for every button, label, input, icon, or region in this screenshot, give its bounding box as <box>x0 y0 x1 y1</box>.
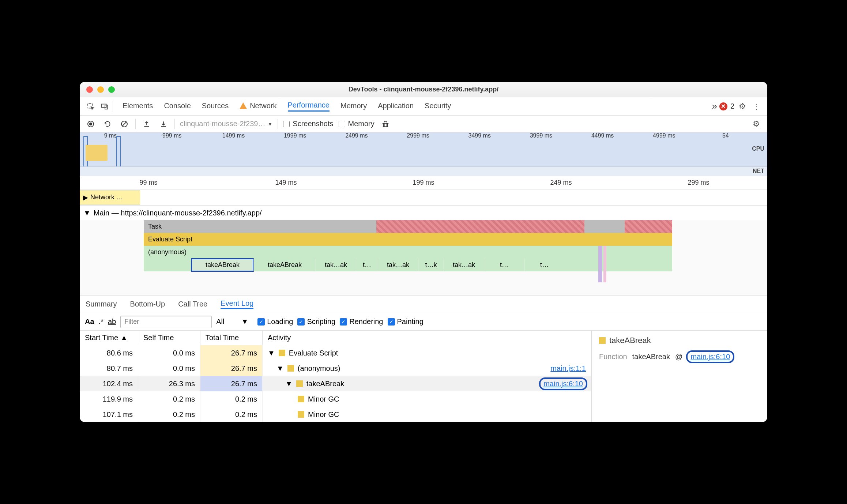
tab-application[interactable]: Application <box>378 102 414 111</box>
device-mode-icon[interactable] <box>99 101 110 112</box>
label: Evaluate Script <box>289 349 338 357</box>
table-row[interactable]: 102.4 ms 26.3 ms 26.7 ms ▼takeABreakmain… <box>80 376 591 391</box>
col-total-time[interactable]: Total Time <box>200 331 263 345</box>
cell: 0.0 ms <box>138 361 200 376</box>
tab-performance[interactable]: Performance <box>288 101 330 112</box>
divider <box>135 119 136 129</box>
capture-settings-icon[interactable]: ⚙ <box>750 118 762 130</box>
flame-chart[interactable]: Task Evaluate Script (anonymous) takeABr… <box>80 220 767 295</box>
sort-asc-icon: ▲ <box>120 334 128 342</box>
regex-icon[interactable]: .* <box>99 317 103 326</box>
divider <box>174 119 175 129</box>
tab-label: Network <box>250 102 276 110</box>
cell: Minor GC <box>263 407 591 422</box>
chevron-down-icon[interactable]: ▼ <box>276 364 284 373</box>
screenshots-checkbox[interactable]: Screenshots <box>283 120 333 128</box>
upload-icon[interactable] <box>141 118 153 130</box>
minimap-flame <box>86 145 108 161</box>
cell: 26.7 ms <box>200 345 263 361</box>
tab-summary[interactable]: Summary <box>86 300 117 308</box>
cpu-label: CPU <box>752 146 764 152</box>
overview-minimap <box>83 136 118 165</box>
tab-bottom-up[interactable]: Bottom-Up <box>130 300 165 308</box>
detail-name: takeABreak <box>609 336 651 345</box>
main-track-header[interactable]: ▼ Main — https://clinquant-mousse-2f2396… <box>80 206 767 220</box>
timeline-overview[interactable]: 9 ms 999 ms 1499 ms 1999 ms 2499 ms 2999… <box>80 132 767 176</box>
chevron-down-icon[interactable]: ▼ <box>285 380 293 388</box>
at-symbol: @ <box>675 353 682 361</box>
chevron-down-icon[interactable]: ▼ <box>268 349 275 357</box>
svg-point-4 <box>89 123 92 125</box>
flame-call[interactable]: tak…ak <box>378 259 418 271</box>
label: Minor GC <box>308 395 339 403</box>
record-icon[interactable] <box>85 118 97 130</box>
table-row[interactable]: 107.1 ms 0.2 ms 0.2 ms Minor GC <box>80 407 591 422</box>
whole-word-icon[interactable]: ab <box>108 317 116 326</box>
tick: 3999 ms <box>510 132 572 141</box>
tab-strip: Elements Console Sources Network Perform… <box>123 101 451 112</box>
flame-call[interactable]: takeABreak <box>253 259 316 271</box>
flame-call[interactable]: t… <box>524 259 564 271</box>
flame-call[interactable]: tak…ak <box>444 259 484 271</box>
source-link[interactable]: main.js:6:10 <box>688 352 733 362</box>
flame-call[interactable]: t… <box>484 259 524 271</box>
error-badge[interactable]: ✕ 2 <box>719 102 734 110</box>
col-activity[interactable]: Activity <box>263 331 591 345</box>
source-link[interactable]: main.js:1:1 <box>550 364 586 373</box>
cell: 26.3 ms <box>138 376 200 391</box>
flame-call[interactable]: tak…ak <box>316 259 356 271</box>
tab-network[interactable]: Network <box>240 102 276 111</box>
table-row[interactable]: 80.6 ms 0.0 ms 26.7 ms ▼Evaluate Script <box>80 345 591 361</box>
source-link[interactable]: main.js:6:10 <box>541 379 586 389</box>
tab-console[interactable]: Console <box>164 102 191 111</box>
reload-icon[interactable] <box>102 118 113 130</box>
flame-call[interactable]: t… <box>356 259 378 271</box>
download-icon[interactable] <box>158 118 169 130</box>
flame-call[interactable]: takeABreak <box>191 259 253 271</box>
table-row[interactable]: 119.9 ms 0.2 ms 0.2 ms Minor GC <box>80 391 591 407</box>
rendering-checkbox[interactable]: ✓Rendering <box>340 317 383 326</box>
tab-elements[interactable]: Elements <box>123 102 153 111</box>
scripting-checkbox[interactable]: ✓Scripting <box>297 317 335 326</box>
tick: 1499 ms <box>203 132 264 141</box>
network-track[interactable]: ▶ Network … <box>80 191 140 204</box>
garbage-collect-icon[interactable] <box>380 118 391 130</box>
cell: 119.9 ms <box>80 391 138 407</box>
settings-icon[interactable]: ⚙ <box>737 101 748 112</box>
tick: 3499 ms <box>449 132 510 141</box>
more-tabs-icon[interactable]: » <box>712 101 717 112</box>
tick: 99 ms <box>80 179 217 187</box>
cell: 80.7 ms <box>80 361 138 376</box>
profile-dropdown[interactable]: clinquant-mousse-2f239… ▼ <box>180 120 272 128</box>
painting-checkbox[interactable]: ✓Painting <box>388 317 424 326</box>
detail-pane: takeABreak Function takeABreak @ main.js… <box>592 331 767 422</box>
table-header: Start Time ▲ Self Time Total Time Activi… <box>80 331 591 345</box>
time-ruler: 99 ms 149 ms 199 ms 249 ms 299 ms <box>80 176 767 189</box>
cell: 102.4 ms <box>80 376 138 391</box>
col-self-time[interactable]: Self Time <box>138 331 200 345</box>
tick: 4499 ms <box>572 132 633 141</box>
inspect-icon[interactable] <box>85 101 97 112</box>
table-row[interactable]: 80.7 ms 0.0 ms 26.7 ms ▼(anonymous)main.… <box>80 361 591 376</box>
clear-icon[interactable] <box>118 118 130 130</box>
cell: 107.1 ms <box>80 407 138 422</box>
tab-call-tree[interactable]: Call Tree <box>178 300 207 308</box>
flame-call[interactable]: t…k <box>418 259 444 271</box>
main-section: ▼ Main — https://clinquant-mousse-2f2396… <box>80 206 767 296</box>
filter-input[interactable] <box>120 316 212 328</box>
all-dropdown[interactable]: All▼ <box>216 317 248 326</box>
loading-checkbox[interactable]: ✓Loading <box>257 317 293 326</box>
tab-memory[interactable]: Memory <box>340 102 367 111</box>
col-start-time[interactable]: Start Time ▲ <box>80 331 138 345</box>
tab-sources[interactable]: Sources <box>202 102 229 111</box>
tick: 4999 ms <box>633 132 695 141</box>
case-sensitive-icon[interactable]: Aa <box>85 317 94 326</box>
tick: 249 ms <box>492 179 630 187</box>
kebab-icon[interactable]: ⋮ <box>750 101 762 112</box>
label: Start Time <box>85 334 118 342</box>
memory-checkbox[interactable]: Memory <box>339 120 374 128</box>
range-handle-right[interactable] <box>116 136 121 169</box>
tab-event-log[interactable]: Event Log <box>221 299 253 309</box>
tab-security[interactable]: Security <box>425 102 451 111</box>
script-icon <box>279 350 285 356</box>
